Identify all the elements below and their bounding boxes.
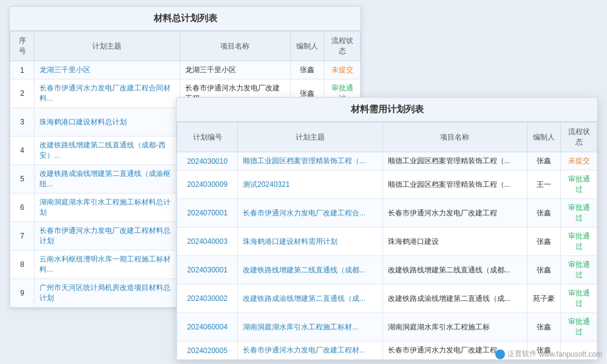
cell-project: 顺德工业园区档案管理精装饰工程（... <box>382 152 527 170</box>
cell-subject[interactable]: 广州市天河区统计局机房改造项目材料总计划 <box>35 279 180 308</box>
cell-code[interactable]: 2024030009 <box>177 170 238 199</box>
cell-editor: 张鑫 <box>527 228 561 256</box>
table2-header-row: 计划编号 计划主题 项目名称 编制人 流程状态 <box>177 123 597 152</box>
cell-project: 湖南洞庭湖水库引水工程施工标 <box>382 313 527 342</box>
cell-subject[interactable]: 龙湖三千里小区 <box>35 61 180 79</box>
cell-code[interactable]: 2024030010 <box>177 152 238 170</box>
cell-project: 改建铁路成渝线增建第二直通线（成... <box>382 285 527 313</box>
cell-id: 6 <box>10 194 35 222</box>
cell-subject[interactable]: 改建铁路成渝线增建第二直通线（成渝枢纽... <box>35 165 180 194</box>
cell-code[interactable]: 2024030001 <box>177 256 238 285</box>
table1-col-status: 流程状态 <box>324 32 361 61</box>
cell-subject[interactable]: 顺德工业园区档案管理精装饰工程（... <box>238 152 383 170</box>
cell-project: 龙湖三千里小区 <box>180 61 290 79</box>
table-row: 2024030009 测试20240321 顺德工业园区档案管理精装饰工程（..… <box>177 170 597 199</box>
watermark-url: www.fanpusoft.com <box>539 350 602 359</box>
table2-title: 材料需用计划列表 <box>177 98 597 122</box>
cell-status: 审批通过 <box>561 285 597 313</box>
cell-subject[interactable]: 长春市伊通河水力发电厂改建工程合同材料... <box>35 79 180 108</box>
table1-col-id: 序号 <box>10 32 35 61</box>
table2-col-editor: 编制人 <box>527 123 561 152</box>
cell-status: 审批通过 <box>561 228 597 256</box>
cell-editor: 苑子豪 <box>527 285 561 313</box>
cell-project: 改建铁路线增建第二线直通线（成都... <box>382 256 527 285</box>
table-row: 2024070001 长春市伊通河水力发电厂改建工程合... 长春市伊通河水力发… <box>177 199 597 228</box>
table-row: 2024030002 改建铁路成渝线增建第二直通线（成... 改建铁路成渝线增建… <box>177 285 597 313</box>
cell-id: 2 <box>10 79 35 108</box>
table-row: 2024030010 顺德工业园区档案管理精装饰工程（... 顺德工业园区档案管… <box>177 152 597 170</box>
cell-status: 未提交 <box>324 61 361 79</box>
cell-id: 5 <box>10 165 35 194</box>
cell-status: 审批通过 <box>561 170 597 199</box>
table1-title: 材料总计划列表 <box>10 7 361 31</box>
table2-col-status: 流程状态 <box>561 123 597 152</box>
cell-subject[interactable]: 长春市伊通河水力发电厂改建工程材料总计划 <box>35 222 180 251</box>
cell-id: 8 <box>10 251 35 279</box>
cell-subject[interactable]: 湖南洞庭湖水库引水工程施工标材料总计划 <box>35 194 180 222</box>
cell-code[interactable]: 2024060004 <box>177 313 238 342</box>
cell-code[interactable]: 2024040003 <box>177 228 238 256</box>
table1-col-project: 项目名称 <box>180 32 290 61</box>
cell-id: 1 <box>10 61 35 79</box>
cell-id: 9 <box>10 279 35 308</box>
table1-col-editor: 编制人 <box>291 32 324 61</box>
cell-editor: 张鑫 <box>291 61 324 79</box>
cell-subject[interactable]: 长春市伊通河水力发电厂改建工程合... <box>238 199 383 228</box>
cell-subject[interactable]: 改建铁路成渝线增建第二直通线（成... <box>238 285 383 313</box>
table2: 计划编号 计划主题 项目名称 编制人 流程状态 2024030010 顺德工业园… <box>177 122 597 360</box>
watermark: 泛普软件 www.fanpusoft.com <box>495 349 602 359</box>
cell-subject[interactable]: 测试20240321 <box>238 170 383 199</box>
table-row: 2024060004 湖南洞庭湖水库引水工程施工标材... 湖南洞庭湖水库引水工… <box>177 313 597 342</box>
table-row: 2024040003 珠海鹤港口建设材料需用计划 珠海鹤港口建设 张鑫 审批通过 <box>177 228 597 256</box>
cell-subject[interactable]: 改建铁路线增建第二线直通线（成都-西安）... <box>35 136 180 165</box>
cell-id: 4 <box>10 136 35 165</box>
cell-subject[interactable]: 湖南洞庭湖水库引水工程施工标材... <box>238 313 383 342</box>
cell-subject[interactable]: 改建铁路线增建第二线直通线（成都... <box>238 256 383 285</box>
cell-editor: 张鑫 <box>527 256 561 285</box>
cell-status: 审批通过 <box>561 199 597 228</box>
cell-editor: 张鑫 <box>527 313 561 342</box>
cell-code[interactable]: 2024070001 <box>177 199 238 228</box>
cell-status: 审批通过 <box>561 313 597 342</box>
cell-subject[interactable]: 珠海鹤港口建设材料总计划 <box>35 108 180 136</box>
table2-col-subject: 计划主题 <box>238 123 383 152</box>
table-row: 1 龙湖三千里小区 龙湖三千里小区 张鑫 未提交 <box>10 61 361 79</box>
cell-editor: 张鑫 <box>527 199 561 228</box>
cell-subject[interactable]: 珠海鹤港口建设材料需用计划 <box>238 228 383 256</box>
cell-id: 7 <box>10 222 35 251</box>
cell-editor: 张鑫 <box>527 152 561 170</box>
watermark-brand: 泛普软件 <box>507 349 537 359</box>
table1-col-subject: 计划主题 <box>35 32 180 61</box>
table1-header-row: 序号 计划主题 项目名称 编制人 流程状态 <box>10 32 361 61</box>
cell-id: 3 <box>10 108 35 136</box>
cell-status: 未提交 <box>561 152 597 170</box>
cell-editor: 王一 <box>527 170 561 199</box>
table2-col-code: 计划编号 <box>177 123 238 152</box>
cell-code[interactable]: 2024030002 <box>177 285 238 313</box>
cell-project: 长春市伊通河水力发电厂改建工程 <box>382 199 527 228</box>
cell-project: 珠海鹤港口建设 <box>382 228 527 256</box>
table2-container: 材料需用计划列表 计划编号 计划主题 项目名称 编制人 流程状态 2024030… <box>176 97 598 360</box>
table-row: 2024030001 改建铁路线增建第二线直通线（成都... 改建铁路线增建第二… <box>177 256 597 285</box>
cell-project: 顺德工业园区档案管理精装饰工程（... <box>382 170 527 199</box>
cell-subject[interactable]: 云南水利枢纽漕明水库一期工程施工标材料... <box>35 251 180 279</box>
watermark-logo <box>495 349 505 359</box>
cell-subject[interactable]: 长春市伊通河水力发电厂改建工程材... <box>238 342 383 360</box>
cell-code[interactable]: 2024020005 <box>177 342 238 360</box>
table2-col-project: 项目名称 <box>382 123 527 152</box>
cell-status: 审批通过 <box>561 256 597 285</box>
